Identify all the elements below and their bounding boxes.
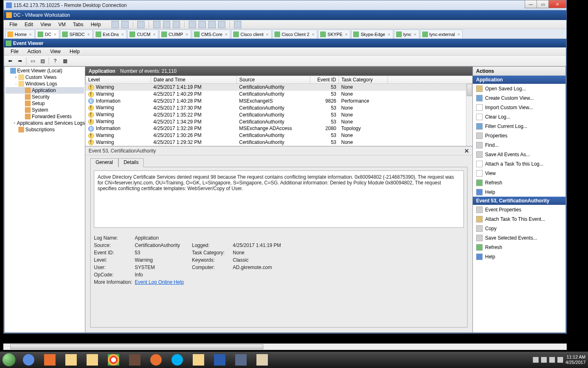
col-source[interactable]: Source — [237, 76, 310, 84]
action-item[interactable]: Open Saved Log... — [473, 84, 566, 93]
vm-tab[interactable]: CMS-Core× — [192, 29, 230, 38]
toolbar-icon[interactable] — [121, 21, 129, 28]
vm-tab[interactable]: lync-external× — [420, 29, 463, 38]
vm-tab[interactable]: DC× — [36, 29, 59, 38]
tree-item[interactable]: +Custom Views — [5, 74, 84, 81]
action-item[interactable]: Find... — [473, 140, 566, 150]
toolbar-icon[interactable] — [173, 21, 180, 28]
tab-close-icon[interactable]: × — [185, 32, 188, 37]
toolbar-icon[interactable] — [189, 21, 196, 28]
tab-close-icon[interactable]: × — [457, 32, 460, 37]
vm-tab[interactable]: CUIMP× — [159, 29, 191, 38]
task-explorer[interactable] — [60, 352, 82, 368]
toolbar-icon[interactable] — [218, 21, 225, 28]
toolbar-icon[interactable] — [208, 21, 216, 28]
toolbar-icon[interactable] — [234, 21, 241, 28]
action-item[interactable]: Refresh — [473, 242, 566, 252]
vm-tab[interactable]: Home× — [5, 29, 35, 38]
table-row[interactable]: Warning4/25/2017 1:41:19 PMCertification… — [86, 84, 472, 91]
action-item[interactable]: Create Custom View... — [473, 93, 566, 103]
event-list[interactable]: Level Date and Time Source Event ID Task… — [85, 76, 472, 146]
task-app[interactable] — [39, 352, 60, 368]
vm-tab[interactable]: Ext-Dns× — [94, 29, 127, 38]
ev-menu-file[interactable]: File — [7, 48, 22, 55]
menu-edit[interactable]: Edit — [21, 21, 36, 28]
tab-close-icon[interactable]: × — [54, 32, 56, 37]
task-word[interactable] — [209, 352, 230, 368]
col-date[interactable]: Date and Time — [151, 76, 237, 84]
close-button[interactable]: ✕ — [548, 0, 566, 8]
tree-item[interactable]: -Windows Logs — [5, 81, 84, 87]
tab-close-icon[interactable]: × — [345, 32, 347, 37]
tree-toggle-icon[interactable]: + — [13, 121, 16, 125]
tray-icon[interactable] — [541, 357, 547, 363]
menu-view[interactable]: View — [37, 21, 54, 28]
col-taskcat[interactable]: Task Category — [339, 76, 388, 84]
toolbar-icon[interactable] — [198, 21, 206, 28]
tray-icon[interactable] — [549, 357, 555, 363]
vm-tab[interactable]: SFBDC× — [60, 29, 93, 38]
col-eventid[interactable]: Event ID — [310, 76, 339, 84]
task-chrome[interactable] — [103, 352, 124, 368]
menu-help[interactable]: Help — [87, 21, 104, 28]
vm-tab[interactable]: Cisco Client 2× — [272, 29, 317, 38]
tab-close-icon[interactable]: × — [388, 32, 390, 37]
toolbar-icon[interactable]: ▤ — [38, 57, 47, 65]
action-item[interactable]: View — [473, 168, 566, 178]
action-item[interactable]: Refresh — [473, 178, 566, 187]
system-tray[interactable]: 11:12 AM 4/25/2017 — [533, 355, 586, 365]
action-item[interactable]: Clear Log... — [473, 112, 566, 121]
action-item[interactable]: Attach a Task To this Log... — [473, 159, 566, 168]
scroll-thumb[interactable] — [10, 344, 263, 349]
tree-toggle-icon[interactable]: - — [13, 82, 18, 86]
tab-close-icon[interactable]: × — [312, 32, 314, 37]
table-row[interactable]: Warning4/25/2017 1:35:22 PMCertification… — [86, 111, 472, 118]
task-ie[interactable] — [18, 352, 39, 368]
vm-tab[interactable]: Skype-Edge× — [351, 29, 393, 38]
vm-tab[interactable]: SKYPE× — [318, 29, 350, 38]
forward-button[interactable]: ➡ — [16, 57, 24, 65]
tray-icon[interactable] — [533, 357, 539, 363]
col-level[interactable]: Level — [86, 76, 151, 84]
back-button[interactable]: ⬅ — [6, 57, 15, 65]
horizontal-scrollbar[interactable] — [3, 343, 567, 350]
action-item[interactable]: Save All Events As... — [473, 150, 566, 159]
task-app[interactable] — [145, 352, 167, 368]
menu-vm[interactable]: VM — [55, 21, 69, 28]
tab-general[interactable]: General — [90, 158, 118, 167]
menu-file[interactable]: File — [6, 21, 20, 28]
table-row[interactable]: Warning4/25/2017 1:30:26 PMCertification… — [86, 132, 472, 139]
ev-tree[interactable]: Event Viewer (Local) +Custom Views-Windo… — [4, 66, 85, 333]
ev-menu-action[interactable]: Action — [23, 48, 45, 55]
link-event-log-online-help[interactable]: Event Log Online Help — [135, 279, 184, 285]
vm-tab[interactable]: CUCM× — [127, 29, 158, 38]
table-row[interactable]: Warning4/25/2017 1:29:32 PMCertification… — [86, 139, 472, 146]
scroll-thumb[interactable] — [467, 84, 472, 96]
start-button[interactable] — [0, 352, 18, 368]
menu-tabs[interactable]: Tabs — [70, 21, 87, 28]
tree-root[interactable]: Event Viewer (Local) — [5, 67, 84, 74]
tree-item[interactable]: Application — [5, 87, 84, 94]
action-item[interactable]: Import Custom View... — [473, 103, 566, 112]
tree-item[interactable]: Security — [5, 94, 84, 100]
tray-icon[interactable] — [557, 357, 563, 363]
tab-close-icon[interactable]: × — [29, 32, 31, 37]
task-app[interactable] — [230, 352, 252, 368]
tab-close-icon[interactable]: × — [266, 32, 268, 37]
tab-close-icon[interactable]: × — [153, 32, 155, 37]
ev-menu-view[interactable]: View — [46, 48, 65, 55]
action-item[interactable]: Filter Current Log... — [473, 121, 566, 131]
task-explorer2[interactable] — [82, 352, 103, 368]
minimize-button[interactable]: — — [525, 0, 537, 8]
task-app[interactable] — [124, 352, 145, 368]
table-row[interactable]: Information4/25/2017 1:32:28 PMMSExchang… — [86, 125, 472, 132]
toolbar-icon[interactable]: ▭ — [28, 57, 37, 65]
tab-close-icon[interactable]: × — [414, 32, 416, 37]
clock[interactable]: 11:12 AM 4/25/2017 — [566, 355, 586, 365]
vm-tab[interactable]: Cisco client× — [231, 29, 272, 38]
tree-item[interactable]: +Applications and Services Logs — [5, 120, 84, 126]
action-item[interactable]: Save Selected Events... — [473, 233, 566, 242]
action-item[interactable]: Event Properties — [473, 205, 566, 214]
action-item[interactable]: Help — [473, 252, 566, 261]
task-skype[interactable] — [167, 352, 188, 368]
